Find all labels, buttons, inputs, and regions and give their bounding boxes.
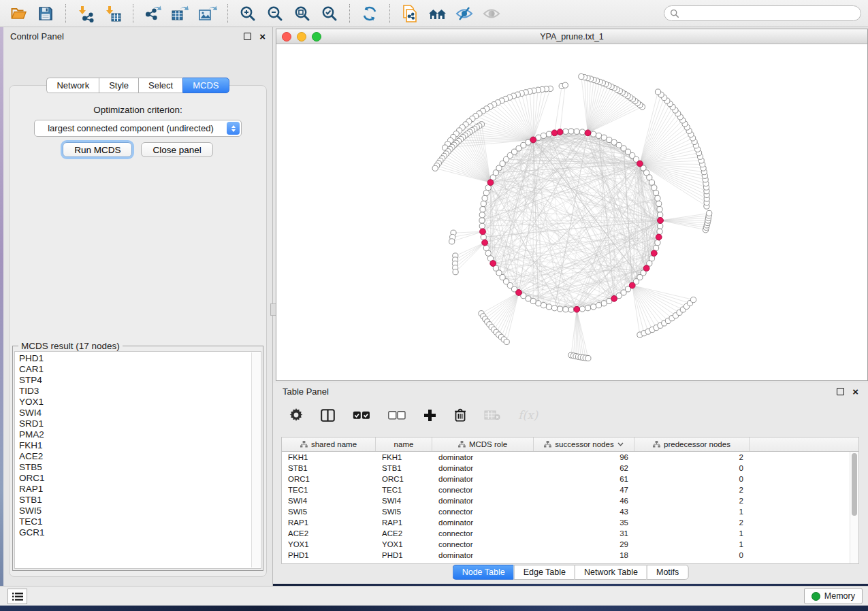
memory-button[interactable]: Memory <box>804 588 863 604</box>
table-row-tec1[interactable]: TEC1TEC1connector472 <box>282 484 858 495</box>
table-scrollbar-thumb[interactable] <box>852 453 857 516</box>
tab-node-table[interactable]: Node Table <box>453 565 514 580</box>
tab-network-table[interactable]: Network Table <box>575 565 647 580</box>
result-node-tid3: TID3 <box>19 386 261 397</box>
export-network-icon[interactable] <box>140 3 166 24</box>
network-window-titlebar[interactable]: YPA_prune.txt_1 <box>276 29 867 44</box>
zoom-out-icon[interactable] <box>262 3 288 24</box>
table-row-rap1[interactable]: RAP1RAP1dominator352 <box>282 517 858 528</box>
cell-MCDS-role: connector <box>432 486 534 494</box>
mcds-result-scrollbar[interactable] <box>251 352 260 567</box>
memory-status-icon <box>811 592 820 601</box>
cell-name: SWI5 <box>376 508 432 516</box>
cell-predecessor-nodes: 2 <box>634 497 750 505</box>
search-input[interactable] <box>683 8 855 19</box>
cell-predecessor-nodes: 1 <box>634 529 750 538</box>
import-network-icon[interactable] <box>73 3 99 24</box>
result-node-pma2: PMA2 <box>19 429 261 440</box>
table-row-fkh1[interactable]: FKH1FKH1dominator962 <box>282 452 858 463</box>
table-row-yox1[interactable]: YOX1YOX1connector291 <box>282 539 858 550</box>
table-row-phd1[interactable]: PHD1PHD1dominator180 <box>282 550 858 561</box>
cell-predecessor-nodes: 2 <box>634 453 750 461</box>
table-panel: Table Panel × f(x) shared namenameMCDS r… <box>273 383 868 584</box>
float-table-panel-icon[interactable] <box>837 388 844 395</box>
close-table-panel-icon[interactable]: × <box>852 386 858 397</box>
hide-selected-icon[interactable] <box>451 3 477 24</box>
create-column-icon[interactable] <box>423 409 436 422</box>
network-canvas[interactable] <box>276 44 867 380</box>
control-panel-tabs: NetworkStyleSelectMCDS <box>3 78 272 93</box>
fit-content-icon[interactable] <box>289 3 315 24</box>
export-image-icon[interactable] <box>195 3 221 24</box>
close-panel-button[interactable]: Close panel <box>141 142 212 157</box>
deselect-all-icon[interactable] <box>388 411 406 420</box>
column-selector-icon[interactable] <box>321 409 335 422</box>
toolbar-separator <box>65 4 66 23</box>
table-toolbar: f(x) <box>273 400 868 430</box>
control-panel-title: Control Panel <box>10 31 244 42</box>
table-row-swi5[interactable]: SWI5SWI5connector431 <box>282 506 858 517</box>
select-all-icon[interactable] <box>353 411 370 420</box>
tab-style[interactable]: Style <box>99 78 138 93</box>
table-settings-gear-icon[interactable] <box>289 408 303 422</box>
result-node-car1: CAR1 <box>19 364 261 375</box>
show-all-icon[interactable] <box>479 3 504 24</box>
table-row-orc1[interactable]: ORC1ORC1dominator610 <box>282 474 858 484</box>
save-session-icon[interactable] <box>33 3 59 24</box>
cell-name: YOX1 <box>376 540 432 548</box>
table-row-ace2[interactable]: ACE2ACE2connector311 <box>282 528 858 539</box>
result-node-tec1: TEC1 <box>19 516 261 527</box>
column-header-predecessor-nodes[interactable]: predecessor nodes <box>634 437 750 451</box>
column-header-MCDS-role[interactable]: MCDS role <box>432 437 534 451</box>
mcds-result-groupbox: MCDS result (17 nodes) PHD1CAR1STP4TID3Y… <box>12 346 263 571</box>
column-header-successor-nodes[interactable]: successor nodes <box>534 437 634 451</box>
tab-network[interactable]: Network <box>46 78 99 93</box>
close-panel-icon[interactable]: × <box>259 31 266 42</box>
delete-table-icon[interactable] <box>484 410 500 420</box>
tab-mcds[interactable]: MCDS <box>182 78 229 93</box>
column-header-shared-name[interactable]: shared name <box>282 437 376 451</box>
tab-edge-table[interactable]: Edge Table <box>514 565 575 580</box>
cell-shared-name: YOX1 <box>282 540 376 548</box>
open-session-icon[interactable] <box>5 3 31 24</box>
task-history-button[interactable] <box>7 589 27 604</box>
import-table-icon[interactable] <box>100 3 126 24</box>
cell-MCDS-role: connector <box>432 529 534 538</box>
criterion-dropdown[interactable]: largest connected component (undirected) <box>34 120 242 137</box>
table-row-swi4[interactable]: SWI4SWI4dominator462 <box>282 495 858 506</box>
cell-shared-name: ORC1 <box>282 475 376 483</box>
cell-predecessor-nodes: 2 <box>634 518 750 527</box>
result-node-phd1: PHD1 <box>19 353 261 364</box>
tab-motifs[interactable]: Motifs <box>647 565 688 580</box>
criterion-label: Optimization criterion: <box>10 105 266 115</box>
first-neighbors-icon[interactable] <box>424 3 450 24</box>
cell-shared-name: RAP1 <box>282 518 376 527</box>
column-header-filler <box>750 437 858 451</box>
function-builder-icon[interactable]: f(x) <box>518 408 538 422</box>
search-icon <box>670 9 679 18</box>
delete-column-trash-icon[interactable] <box>454 408 466 422</box>
memory-label: Memory <box>824 591 855 601</box>
cell-successor-nodes: 96 <box>534 453 634 461</box>
network-search[interactable] <box>664 5 861 21</box>
tab-select[interactable]: Select <box>138 78 182 93</box>
toolbar-separator <box>227 4 228 23</box>
toolbar-separator <box>133 4 133 23</box>
cell-predecessor-nodes: 0 <box>634 475 750 483</box>
export-table-icon[interactable] <box>167 3 193 24</box>
result-node-gcr1: GCR1 <box>19 527 261 538</box>
cell-MCDS-role: dominator <box>432 464 534 472</box>
run-mcds-button[interactable]: Run MCDS <box>63 142 132 157</box>
zoom-in-icon[interactable] <box>235 3 261 24</box>
apply-layout-icon[interactable] <box>357 3 383 24</box>
table-row-stb1[interactable]: STB1STB1dominator620 <box>282 463 858 474</box>
cell-successor-nodes: 46 <box>534 497 634 505</box>
result-node-fkh1: FKH1 <box>19 440 261 451</box>
mcds-result-list[interactable]: PHD1CAR1STP4TID3YOX1SWI4SRD1PMA2FKH1ACE2… <box>14 351 261 569</box>
clone-network-icon[interactable] <box>397 3 423 24</box>
result-node-rap1: RAP1 <box>19 484 261 495</box>
column-header-name[interactable]: name <box>376 437 432 451</box>
zoom-selected-icon[interactable] <box>317 3 342 24</box>
table-scrollbar[interactable] <box>850 452 858 563</box>
float-panel-icon[interactable] <box>244 33 251 40</box>
